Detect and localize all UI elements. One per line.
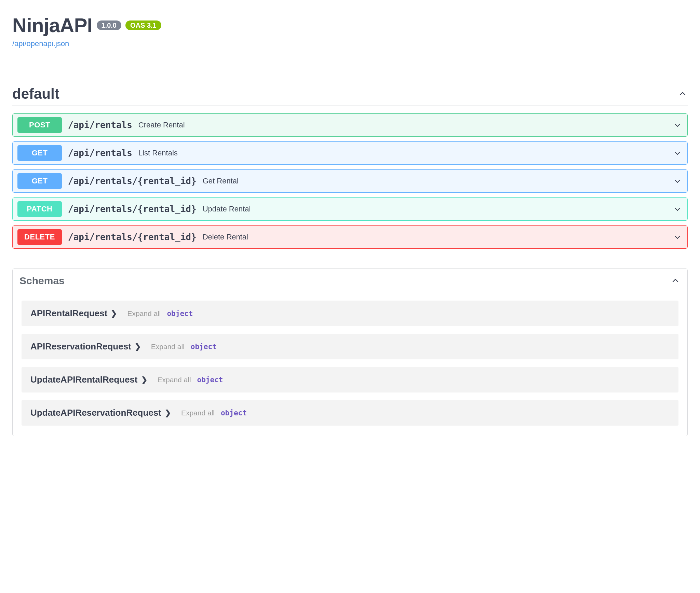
version-badge: 1.0.0	[97, 20, 121, 30]
spec-link[interactable]: /api/openapi.json	[12, 39, 69, 48]
schema-item: APIReservationRequest ❯ Expand all objec…	[22, 334, 678, 359]
schema-toggle[interactable]: APIReservationRequest ❯	[30, 341, 141, 352]
chevron-up-icon	[677, 89, 688, 99]
chevron-right-icon: ❯	[141, 375, 147, 384]
operation-row[interactable]: POST /api/rentals Create Rental	[12, 113, 688, 137]
title-row: NinjaAPI 1.0.0 OAS 3.1	[12, 14, 688, 37]
schema-item: UpdateAPIReservationRequest ❯ Expand all…	[22, 400, 678, 426]
method-badge: PATCH	[17, 201, 62, 217]
operation-path: /api/rentals/{rental_id}	[68, 176, 197, 186]
operation-summary: Get Rental	[203, 177, 239, 185]
operation-summary: Create Rental	[138, 121, 185, 129]
schema-name-label: APIRentalRequest	[30, 308, 107, 319]
operation-summary: Delete Rental	[203, 233, 248, 242]
schema-item: APIRentalRequest ❯ Expand all object	[22, 301, 678, 326]
method-badge: POST	[17, 117, 62, 133]
page-header: NinjaAPI 1.0.0 OAS 3.1 /api/openapi.json	[12, 14, 688, 48]
schema-item: UpdateAPIRentalRequest ❯ Expand all obje…	[22, 367, 678, 392]
api-title: NinjaAPI	[12, 14, 93, 37]
operation-summary: List Rentals	[138, 149, 178, 157]
operation-path: /api/rentals/{rental_id}	[68, 204, 197, 214]
schema-type-label: object	[221, 409, 247, 417]
operation-row[interactable]: GET /api/rentals List Rentals	[12, 141, 688, 165]
schema-type-label: object	[197, 376, 223, 384]
schema-toggle[interactable]: UpdateAPIRentalRequest ❯	[30, 374, 147, 385]
schema-name-label: UpdateAPIReservationRequest	[30, 408, 161, 418]
chevron-right-icon: ❯	[111, 309, 117, 318]
method-badge: GET	[17, 173, 62, 189]
operation-path: /api/rentals	[68, 148, 132, 158]
chevron-down-icon	[672, 204, 683, 214]
oas-badge: OAS 3.1	[125, 20, 161, 30]
operation-summary: Update Rental	[203, 205, 251, 213]
expand-all-button[interactable]: Expand all	[127, 309, 161, 318]
operation-row[interactable]: GET /api/rentals/{rental_id} Get Rental	[12, 169, 688, 193]
schema-name-label: APIReservationRequest	[30, 341, 131, 352]
tag-section-default: default POST /api/rentals Create Rental …	[12, 86, 688, 249]
operation-path: /api/rentals/{rental_id}	[68, 232, 197, 242]
schemas-header[interactable]: Schemas	[13, 269, 687, 293]
expand-all-button[interactable]: Expand all	[181, 409, 215, 417]
operation-row[interactable]: PATCH /api/rentals/{rental_id} Update Re…	[12, 197, 688, 221]
operation-row[interactable]: DELETE /api/rentals/{rental_id} Delete R…	[12, 225, 688, 249]
schemas-body: APIRentalRequest ❯ Expand all object API…	[13, 293, 687, 436]
chevron-right-icon: ❯	[165, 409, 171, 417]
method-badge: GET	[17, 145, 62, 161]
method-badge: DELETE	[17, 229, 62, 245]
expand-all-button[interactable]: Expand all	[151, 343, 185, 351]
tag-section-header[interactable]: default	[12, 86, 688, 106]
chevron-right-icon: ❯	[135, 342, 141, 351]
chevron-down-icon	[672, 176, 683, 186]
schema-toggle[interactable]: UpdateAPIReservationRequest ❯	[30, 408, 171, 418]
chevron-down-icon	[672, 120, 683, 130]
chevron-down-icon	[672, 148, 683, 158]
chevron-down-icon	[672, 232, 683, 242]
schemas-title: Schemas	[19, 275, 65, 287]
chevron-up-icon	[670, 276, 681, 286]
schemas-panel: Schemas APIRentalRequest ❯ Expand all ob…	[12, 268, 688, 436]
operation-path: /api/rentals	[68, 120, 132, 130]
tag-title: default	[12, 86, 59, 102]
schema-name-label: UpdateAPIRentalRequest	[30, 374, 138, 385]
schema-type-label: object	[191, 343, 217, 351]
schema-type-label: object	[167, 309, 193, 318]
expand-all-button[interactable]: Expand all	[158, 376, 191, 384]
schema-toggle[interactable]: APIRentalRequest ❯	[30, 308, 117, 319]
